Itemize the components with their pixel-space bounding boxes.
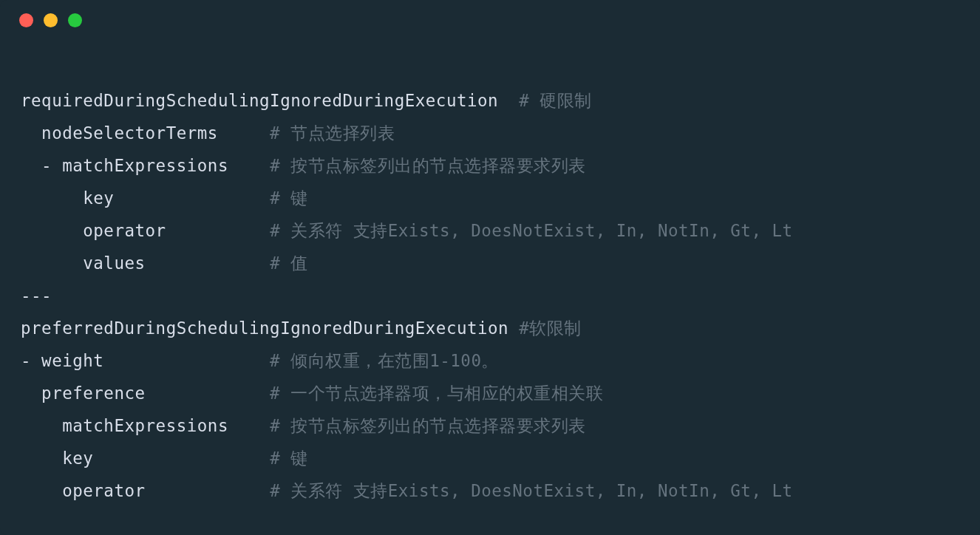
code-line: preferredDuringSchedulingIgnoredDuringEx… <box>21 312 959 344</box>
yaml-comment: # 关系符 支持Exists, DoesNotExist, In, NotIn,… <box>270 481 792 500</box>
code-area: requiredDuringSchedulingIgnoredDuringExe… <box>0 40 980 507</box>
code-line: matchExpressions # 按节点标签列出的节点选择器要求列表 <box>21 409 959 442</box>
indent <box>21 481 62 500</box>
yaml-key: preferredDuringSchedulingIgnoredDuringEx… <box>21 318 519 338</box>
yaml-comment: # 倾向权重，在范围1-100。 <box>270 351 499 370</box>
yaml-key: preference <box>41 384 270 403</box>
indent <box>21 449 62 468</box>
code-line: requiredDuringSchedulingIgnoredDuringExe… <box>21 84 959 117</box>
titlebar <box>0 0 980 40</box>
indent <box>21 384 41 403</box>
code-window: requiredDuringSchedulingIgnoredDuringExe… <box>0 0 980 535</box>
yaml-key: operator <box>83 221 270 240</box>
yaml-comment: # 按节点标签列出的节点选择器要求列表 <box>270 156 586 175</box>
code-line: operator # 关系符 支持Exists, DoesNotExist, I… <box>21 214 959 247</box>
code-line: - matchExpressions # 按节点标签列出的节点选择器要求列表 <box>21 149 959 182</box>
indent <box>21 253 83 273</box>
yaml-key: key <box>62 449 270 468</box>
code-line: key # 键 <box>21 182 959 214</box>
yaml-comment: # 关系符 支持Exists, DoesNotExist, In, NotIn,… <box>270 221 792 240</box>
indent: - <box>21 351 41 370</box>
maximize-icon[interactable] <box>68 13 82 27</box>
yaml-key: operator <box>62 481 270 500</box>
indent <box>21 188 83 208</box>
yaml-key: matchExpressions <box>62 416 270 435</box>
yaml-comment: # 键 <box>270 449 308 468</box>
code-line: --- <box>21 279 959 312</box>
indent: - <box>21 156 62 175</box>
yaml-key: --- <box>21 286 52 305</box>
yaml-key: nodeSelectorTerms <box>41 123 270 143</box>
code-line: - weight # 倾向权重，在范围1-100。 <box>21 344 959 377</box>
yaml-comment: # 节点选择列表 <box>270 123 395 143</box>
yaml-comment: #软限制 <box>519 318 582 338</box>
yaml-key: requiredDuringSchedulingIgnoredDuringExe… <box>21 91 519 110</box>
code-line: operator # 关系符 支持Exists, DoesNotExist, I… <box>21 474 959 507</box>
code-line: nodeSelectorTerms # 节点选择列表 <box>21 117 959 149</box>
indent <box>21 123 41 143</box>
close-icon[interactable] <box>19 13 33 27</box>
yaml-key: weight <box>41 351 270 370</box>
yaml-comment: # 按节点标签列出的节点选择器要求列表 <box>270 416 586 435</box>
yaml-comment: # 键 <box>270 188 308 208</box>
code-line: values # 值 <box>21 247 959 279</box>
yaml-comment: # 一个节点选择器项，与相应的权重相关联 <box>270 384 603 403</box>
indent <box>21 416 62 435</box>
yaml-comment: # 值 <box>270 253 308 273</box>
code-line: preference # 一个节点选择器项，与相应的权重相关联 <box>21 377 959 409</box>
indent <box>21 221 83 240</box>
yaml-comment: # 硬限制 <box>519 91 592 110</box>
yaml-key: matchExpressions <box>62 156 270 175</box>
yaml-key: key <box>83 188 270 208</box>
yaml-key: values <box>83 253 270 273</box>
minimize-icon[interactable] <box>44 13 58 27</box>
code-line: key # 键 <box>21 442 959 474</box>
